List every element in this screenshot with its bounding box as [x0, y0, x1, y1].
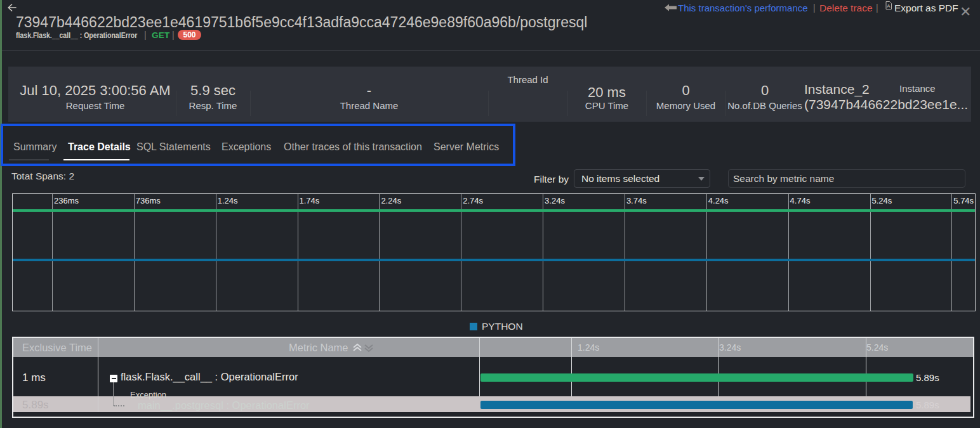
svg-text:A: A	[887, 3, 891, 9]
